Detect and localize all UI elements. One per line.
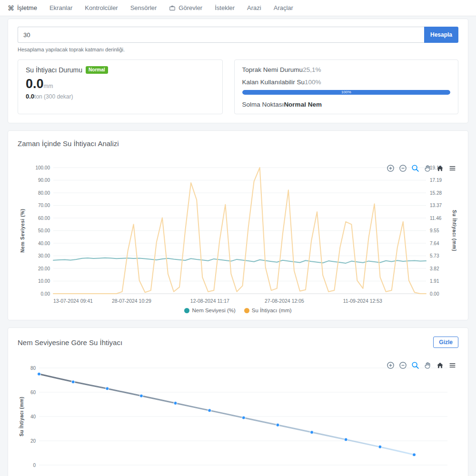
selection-zoom-icon[interactable]	[411, 361, 419, 369]
y-axis-title: Su İhtiyacı (mm)	[19, 397, 24, 436]
water-calculation-card: Hesapla Hesaplama yapılacak toprak katma…	[8, 19, 468, 123]
zoom-in-icon[interactable]	[387, 361, 395, 369]
y-tick: 60	[30, 390, 36, 395]
data-point	[242, 416, 245, 419]
soil-moisture-card: Toprak Nemi Durumu25,1% Kalan Kullanılab…	[234, 60, 458, 114]
x-tick: 11-09-2024 12:53	[343, 298, 382, 304]
hide-button[interactable]: Gizle	[433, 337, 458, 348]
progress-fill: 100%	[242, 90, 450, 95]
zoom-in-icon[interactable]	[387, 164, 395, 172]
nav-item-ekranlar[interactable]: Ekranlar	[50, 4, 72, 11]
y-left-tick: 60.00	[38, 216, 50, 221]
y-right-tick: 13.37	[430, 203, 442, 208]
water-need-mm-value: 0.0	[26, 77, 44, 91]
data-point	[71, 380, 75, 384]
zoom-out-icon[interactable]	[399, 361, 407, 369]
legend-label: Nem Seviyesi (%)	[192, 307, 235, 313]
ton-unit-label: ton (300 dekar)	[34, 93, 73, 100]
top-navbar: ⌘ İşletme Ekranlar Kontrolcüler Sensörle…	[0, 0, 476, 16]
legend-marker	[184, 308, 189, 313]
nav-label: Araçlar	[274, 4, 293, 11]
nav-label: Görevler	[178, 4, 202, 11]
y-right-tick: 3.82	[430, 266, 439, 271]
demand-curve	[39, 374, 414, 455]
nav-label: Kontrolcüler	[85, 4, 118, 11]
briefcase-icon	[169, 5, 176, 11]
menu-icon[interactable]	[448, 361, 456, 369]
y-left-axis-title: Nem Seviyesi (%)	[20, 208, 25, 252]
data-point	[38, 372, 41, 376]
time-analysis-chart-card: Zaman İçinde Su İhtiyacı Analizi 100.001…	[8, 130, 468, 320]
data-point	[139, 394, 143, 397]
chart2-title: Nem Seviyesine Göre Su İhtiyacı	[18, 338, 122, 347]
chart1-title: Zaman İçinde Su İhtiyacı Analizi	[18, 139, 458, 148]
y-left-tick: 100.00	[35, 165, 50, 170]
x-tick: 27-08-2024 12:05	[265, 298, 304, 304]
mm-unit-label: mm	[44, 83, 53, 89]
available-water-value: 100%	[305, 79, 321, 86]
y-right-tick: 9.55	[430, 228, 439, 233]
y-left-tick: 0.00	[41, 291, 50, 297]
y-right-tick: 0.00	[430, 291, 439, 297]
nav-item-kontrolculer[interactable]: Kontrolcüler	[85, 4, 118, 11]
data-point	[208, 409, 211, 412]
home-icon[interactable]	[436, 361, 444, 369]
pan-icon[interactable]	[424, 361, 432, 369]
nav-item-araclar[interactable]: Araçlar	[274, 4, 293, 11]
soil-moisture-label: Toprak Nemi Durumu	[242, 66, 303, 73]
y-left-tick: 20.00	[38, 266, 50, 271]
y-tick: 40	[30, 414, 36, 419]
menu-icon[interactable]	[448, 164, 456, 172]
water-need-title: Su İhtiyacı Durumu	[26, 66, 82, 74]
data-point	[344, 438, 347, 441]
y-left-tick: 80.00	[38, 190, 50, 196]
nav-item-gorevler[interactable]: Görevler	[169, 4, 202, 11]
y-right-tick: 5.73	[430, 253, 439, 258]
nav-label: İşletme	[17, 4, 37, 11]
available-water-progressbar: 100%	[242, 90, 450, 95]
y-tick: 80	[30, 366, 36, 371]
nav-label: Ekranlar	[50, 4, 72, 11]
soil-depth-input[interactable]	[18, 27, 424, 43]
data-point	[174, 401, 177, 405]
legend-item[interactable]: Su İhtiyacı (mm)	[244, 307, 292, 313]
chart2-toolbar	[387, 361, 456, 369]
x-tick: 12-08-2024 11:17	[190, 298, 229, 304]
data-point	[378, 445, 382, 448]
x-tick: 13-07-2024 09:41	[53, 298, 93, 304]
legend-item[interactable]: Nem Seviyesi (%)	[184, 307, 235, 313]
y-left-tick: 90.00	[38, 178, 50, 183]
y-left-tick: 50.00	[38, 228, 50, 233]
legend-label: Su İhtiyacı (mm)	[252, 307, 292, 313]
data-point	[276, 423, 279, 426]
chart1-toolbar	[387, 164, 456, 172]
x-tick: 28-07-2024 10:29	[112, 298, 151, 304]
chart1-legend: Nem Seviyesi (%)Su İhtiyacı (mm)	[18, 307, 458, 313]
home-icon[interactable]	[436, 164, 444, 172]
nav-item-arazi[interactable]: Arazi	[247, 4, 261, 11]
wilting-point-label: Solma Noktası	[242, 101, 284, 108]
y-tick: 20	[30, 438, 36, 444]
moisture-demand-chart[interactable]: 806040200Su İhtiyacı (mm)	[18, 364, 459, 476]
nav-item-sensorler[interactable]: Sensörler	[130, 4, 157, 11]
command-icon: ⌘	[8, 4, 14, 12]
y-tick: 0	[33, 463, 36, 468]
zoom-out-icon[interactable]	[399, 164, 407, 172]
time-analysis-chart[interactable]: 100.0019.1090.0017.1980.0015.2870.0013.3…	[18, 164, 459, 307]
data-point	[310, 431, 314, 434]
selection-zoom-icon[interactable]	[411, 164, 419, 172]
water-need-ton-value: 0.0	[26, 93, 34, 100]
nav-item-isletme[interactable]: ⌘ İşletme	[8, 4, 37, 12]
y-right-tick: 11.46	[430, 216, 442, 221]
nav-item-istekler[interactable]: İstekler	[215, 4, 235, 11]
y-right-tick: 1.91	[430, 278, 439, 284]
pan-icon[interactable]	[424, 164, 432, 172]
data-point	[106, 387, 109, 390]
wilting-point-value: Normal Nem	[284, 101, 322, 108]
calculate-button[interactable]: Hesapla	[424, 27, 458, 43]
depth-helper-text: Hesaplama yapılacak toprak katmanı derin…	[18, 47, 458, 52]
humidity-line	[53, 258, 426, 263]
soil-moisture-value: 25,1%	[303, 66, 321, 73]
y-left-tick: 70.00	[38, 203, 50, 208]
legend-marker	[244, 308, 249, 313]
